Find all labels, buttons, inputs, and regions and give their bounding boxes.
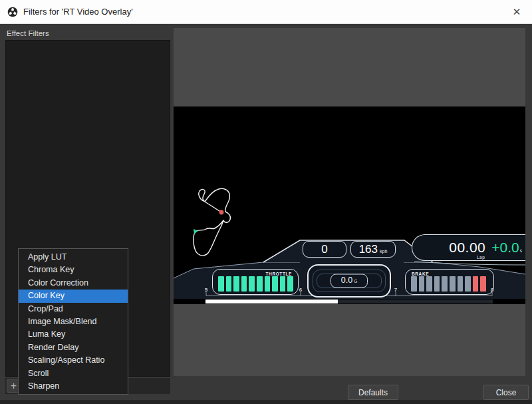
gauge-bar bbox=[434, 276, 440, 292]
gauge-bar bbox=[257, 276, 263, 292]
window-close-button[interactable]: ✕ bbox=[501, 0, 532, 23]
gauge-bar bbox=[411, 276, 417, 292]
lap-label: Lap bbox=[477, 255, 485, 260]
gauge-bar bbox=[442, 276, 448, 292]
titlebar: Filters for 'RT Video Overlay' ✕ bbox=[0, 0, 532, 24]
plus-icon: + bbox=[11, 380, 17, 391]
menu-item-color-key[interactable]: Color Key bbox=[19, 290, 128, 302]
menu-item-color-correction[interactable]: Color Correction bbox=[19, 277, 128, 290]
menu-item-scroll[interactable]: Scroll bbox=[19, 367, 128, 380]
gauge-bar bbox=[226, 276, 232, 292]
ruler-number: 8 bbox=[489, 287, 495, 293]
lap-timer-panel: 00.00 Lap +0.0 s bbox=[412, 234, 525, 261]
video-preview: 0 163 kph 00.00 Lap +0.0 s THROTTLE bbox=[174, 106, 525, 304]
window-title: Filters for 'RT Video Overlay' bbox=[23, 7, 133, 17]
gauge-bar bbox=[233, 276, 239, 292]
speed-display: 163 kph bbox=[350, 241, 396, 258]
menu-item-image-mask-blend[interactable]: Image Mask/Blend bbox=[19, 315, 128, 328]
speed-value: 163 bbox=[359, 242, 378, 257]
gauge-bar bbox=[458, 276, 464, 292]
gauge-bar bbox=[241, 276, 247, 292]
timeline-progress-fill bbox=[205, 300, 338, 303]
gauge-bar bbox=[249, 276, 255, 292]
menu-item-render-delay[interactable]: Render Delay bbox=[19, 341, 128, 354]
menu-item-scaling-aspect-ratio[interactable]: Scaling/Aspect Ratio bbox=[19, 354, 128, 367]
window-bottom-edge bbox=[0, 400, 532, 404]
throttle-gauge: THROTTLE bbox=[212, 269, 299, 295]
gauge-bar bbox=[480, 276, 486, 292]
delta-value: +0.0 bbox=[491, 240, 519, 256]
gauge-bar bbox=[287, 276, 293, 292]
ruler-number: 6 bbox=[297, 287, 304, 293]
filters-dialog: Filters for 'RT Video Overlay' ✕ Effect … bbox=[0, 0, 532, 404]
menu-item-luma-key[interactable]: Luma Key bbox=[19, 328, 128, 341]
close-button[interactable]: Close bbox=[483, 385, 529, 400]
gauge-bar bbox=[450, 276, 456, 292]
brake-gauge: BRAKE bbox=[405, 269, 494, 295]
throttle-bars bbox=[218, 276, 293, 292]
g-force-unit: G bbox=[354, 279, 357, 284]
g-force-display: 0.0 G bbox=[331, 274, 368, 288]
gauge-bar bbox=[473, 276, 479, 292]
g-force-value: 0.0 bbox=[341, 275, 352, 286]
obs-logo-icon bbox=[7, 7, 18, 17]
ruler-number: 7 bbox=[392, 287, 399, 293]
timeline-progress-track bbox=[205, 300, 493, 303]
gauge-bar bbox=[218, 276, 224, 292]
gauge-bar bbox=[280, 276, 286, 292]
gauge-bar bbox=[426, 276, 432, 292]
gauge-bar bbox=[272, 276, 278, 292]
brake-bars bbox=[411, 276, 486, 292]
menu-item-chroma-key[interactable]: Chroma Key bbox=[19, 264, 128, 276]
ruler-number: 5 bbox=[203, 287, 209, 293]
brake-label: BRAKE bbox=[412, 272, 429, 276]
context-menu: Apply LUTChroma KeyColor CorrectionColor… bbox=[18, 248, 128, 395]
preview-panel: 0 163 kph 00.00 Lap +0.0 s THROTTLE bbox=[174, 28, 525, 376]
effect-filters-label: Effect Filters bbox=[7, 29, 49, 37]
close-icon: ✕ bbox=[513, 6, 521, 18]
delta-unit: s bbox=[520, 248, 522, 253]
lap-time-value: 00.00 bbox=[449, 240, 485, 255]
throttle-label: THROTTLE bbox=[266, 272, 292, 276]
speed-unit: kph bbox=[380, 249, 387, 254]
g-force-meter: 0.0 G bbox=[307, 264, 391, 298]
menu-item-crop-pad[interactable]: Crop/Pad bbox=[19, 303, 128, 315]
gear-value: 0 bbox=[321, 243, 327, 256]
menu-item-apply-lut[interactable]: Apply LUT bbox=[19, 251, 128, 264]
gauge-bar bbox=[419, 276, 425, 292]
gear-display: 0 bbox=[303, 241, 346, 258]
defaults-button[interactable]: Defaults bbox=[348, 385, 398, 400]
gauge-bar bbox=[265, 276, 271, 292]
menu-item-sharpen[interactable]: Sharpen bbox=[19, 380, 128, 393]
gauge-bar bbox=[465, 276, 471, 292]
